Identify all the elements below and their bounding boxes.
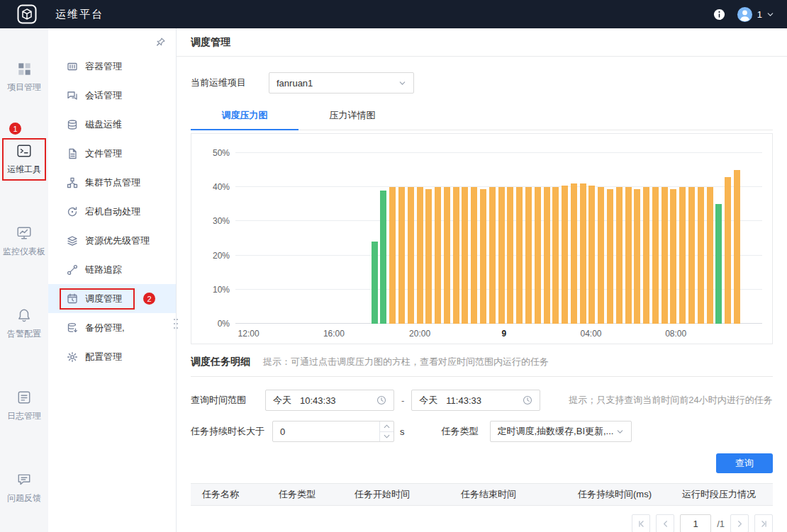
menu-item-label: 会话管理 bbox=[85, 89, 122, 102]
number-stepper bbox=[379, 421, 394, 441]
chart-bar[interactable] bbox=[734, 170, 740, 324]
rail-item-project[interactable]: 项目管理 bbox=[2, 57, 46, 98]
chart-bar[interactable] bbox=[444, 187, 450, 324]
task-type-select[interactable]: 定时调度,抽数缓存,BI更新,... bbox=[490, 421, 632, 442]
first-page-button[interactable] bbox=[632, 514, 650, 532]
menu-item-downtime-auto[interactable]: 宕机自动处理 bbox=[48, 197, 176, 226]
chart-bar[interactable] bbox=[389, 187, 396, 324]
rail-item-ops-tools[interactable]: 运维工具1 bbox=[2, 138, 46, 181]
table-header-row: 任务名称任务类型任务开始时间任务结束时间任务持续时间(ms)运行时段压力情况 bbox=[191, 483, 773, 506]
chart-bar[interactable] bbox=[698, 187, 704, 324]
menu-item-cluster[interactable]: 集群节点管理 bbox=[48, 168, 176, 197]
sidebar-resize-handle[interactable] bbox=[173, 317, 179, 330]
chart-bar[interactable] bbox=[679, 187, 686, 324]
query-button[interactable]: 查询 bbox=[716, 453, 773, 473]
stepper-up-icon[interactable] bbox=[380, 421, 394, 432]
chart-bar[interactable] bbox=[707, 187, 713, 324]
chart-bar[interactable] bbox=[462, 187, 468, 324]
chart-bar[interactable] bbox=[598, 187, 604, 324]
chart-bar[interactable] bbox=[408, 187, 414, 324]
chart-bar[interactable] bbox=[535, 187, 541, 324]
chart-bar[interactable] bbox=[562, 186, 568, 324]
page-total: /1 bbox=[717, 519, 725, 529]
time-to-input[interactable]: 今天 11:43:33 bbox=[411, 390, 540, 411]
chart-bar[interactable] bbox=[607, 189, 613, 324]
rail-item-label: 项目管理 bbox=[7, 81, 41, 94]
chart-bar[interactable] bbox=[525, 187, 532, 324]
section-title: 调度任务明细 bbox=[191, 356, 250, 368]
chart-bar[interactable] bbox=[643, 187, 649, 324]
tab-pressure-detail[interactable]: 压力详情图 bbox=[298, 105, 406, 130]
pressure-chart: 0%10%20%30%40%50%12:0016:0020:00904:0008… bbox=[191, 133, 773, 344]
trace-icon bbox=[67, 264, 78, 276]
rail-item-box: 项目管理 bbox=[2, 57, 46, 98]
time-range-label: 查询时间范围 bbox=[191, 394, 265, 407]
chart-bar[interactable] bbox=[453, 187, 459, 324]
chart-bar[interactable] bbox=[670, 189, 676, 324]
rail-item-alert-config[interactable]: 告警配置 bbox=[2, 302, 46, 345]
menu-item-resource-priority[interactable]: 资源优先级管理 bbox=[48, 226, 176, 255]
monitor-dashboard-icon bbox=[16, 225, 32, 241]
chart-bar[interactable] bbox=[398, 187, 405, 324]
menu-item-trace[interactable]: 链路追踪 bbox=[48, 255, 176, 284]
chart-bar[interactable] bbox=[425, 189, 432, 324]
chart-bar[interactable] bbox=[571, 183, 577, 324]
rail-item-monitor-dashboard[interactable]: 监控仪表板 bbox=[2, 220, 46, 263]
next-page-button[interactable] bbox=[730, 514, 749, 532]
tab-schedule-pressure[interactable]: 调度压力图 bbox=[191, 105, 298, 130]
chart-bar[interactable] bbox=[435, 187, 441, 324]
chart-bar[interactable] bbox=[417, 187, 423, 324]
menu-item-file[interactable]: 文件管理 bbox=[48, 139, 176, 168]
time-from-input[interactable]: 今天 10:43:33 bbox=[265, 390, 394, 411]
menu-item-backup[interactable]: 备份管理, bbox=[48, 313, 176, 342]
chart-bar[interactable] bbox=[471, 187, 477, 324]
chart-bar[interactable] bbox=[498, 187, 505, 324]
chart-bar[interactable] bbox=[544, 187, 550, 324]
chart-bar[interactable] bbox=[380, 191, 386, 324]
rail-item-feedback[interactable]: 问题反馈 bbox=[2, 467, 46, 509]
menu-item-config[interactable]: 配置管理 bbox=[48, 342, 176, 371]
chart-bar[interactable] bbox=[480, 189, 486, 324]
menu-item-label: 链路追踪 bbox=[85, 264, 122, 276]
duration-input[interactable]: 0 bbox=[272, 421, 394, 442]
chart-bar[interactable] bbox=[516, 187, 523, 324]
chart-bar[interactable] bbox=[715, 204, 722, 324]
page-input[interactable] bbox=[680, 514, 711, 532]
info-icon[interactable] bbox=[713, 9, 725, 21]
annotation-badge: 1 bbox=[9, 123, 21, 135]
user-menu[interactable]: 1 bbox=[737, 6, 774, 23]
chart-bar[interactable] bbox=[588, 186, 595, 324]
chart-bar[interactable] bbox=[507, 187, 513, 324]
chevron-down-icon bbox=[398, 79, 406, 87]
menu-item-disk[interactable]: 磁盘运维 bbox=[48, 110, 176, 139]
table-header-task-type: 任务类型 bbox=[267, 488, 343, 501]
prev-page-button[interactable] bbox=[656, 514, 674, 532]
menu-item-schedule[interactable]: 调度管理2 bbox=[48, 284, 176, 313]
menu-item-content: 资源优先级管理 bbox=[60, 230, 162, 251]
chart-bar[interactable] bbox=[688, 187, 695, 324]
chart-bar[interactable] bbox=[372, 242, 378, 324]
menu-item-session[interactable]: 会话管理 bbox=[48, 81, 176, 110]
chart-bar[interactable] bbox=[580, 183, 586, 324]
y-axis-tick: 50% bbox=[196, 148, 230, 158]
menu-item-content: 容器管理 bbox=[60, 56, 135, 77]
stepper-down-icon[interactable] bbox=[380, 432, 394, 442]
clock-icon bbox=[376, 395, 386, 405]
chart-bar[interactable] bbox=[552, 187, 559, 324]
pin-icon[interactable] bbox=[155, 37, 166, 47]
chart-bar[interactable] bbox=[725, 177, 731, 324]
project-select[interactable]: fanruan1 bbox=[269, 72, 414, 94]
menu-item-container[interactable]: 容器管理 bbox=[48, 52, 176, 81]
last-page-button[interactable] bbox=[754, 514, 773, 532]
chart-bar[interactable] bbox=[652, 187, 659, 324]
chart-bar[interactable] bbox=[489, 187, 496, 324]
menu-item-content: 文件管理 bbox=[60, 143, 135, 164]
chart-bar[interactable] bbox=[662, 187, 668, 324]
chart-bar[interactable] bbox=[634, 189, 640, 324]
menu-item-label: 调度管理 bbox=[85, 293, 122, 305]
chart-bar[interactable] bbox=[625, 187, 632, 324]
chart-bar[interactable] bbox=[616, 187, 623, 324]
rail-item-label: 监控仪表板 bbox=[3, 246, 45, 258]
rail-item-log-management[interactable]: 日志管理 bbox=[2, 385, 46, 427]
rail-item-box: 问题反馈 bbox=[2, 467, 46, 509]
